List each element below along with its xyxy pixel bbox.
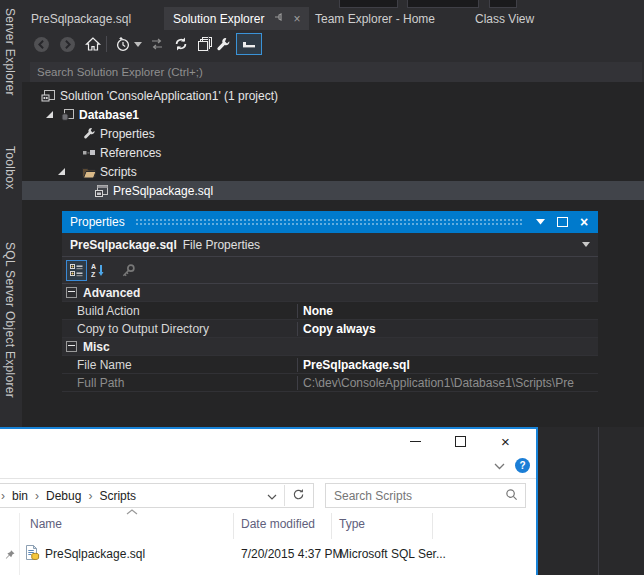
categorized-view-button[interactable] (66, 260, 87, 281)
property-value[interactable]: PreSqlpackage.sql (297, 358, 598, 372)
search-icon[interactable] (505, 488, 525, 504)
column-header-date-modified[interactable]: Date modified (241, 517, 315, 531)
property-row-file-name[interactable]: File Name PreSqlpackage.sql (62, 356, 598, 374)
sidebar-tab-sql-server-object-explorer[interactable]: SQL Server Object Explorer (3, 242, 17, 398)
forward-icon (59, 36, 76, 53)
sort-az-icon: AZ (91, 263, 105, 277)
maximize-button[interactable] (554, 214, 570, 230)
properties-button[interactable] (212, 33, 234, 55)
breadcrumb-item-bin[interactable]: bin (12, 489, 28, 503)
minimize-button[interactable] (393, 429, 438, 453)
ribbon-expand-button[interactable] (494, 459, 505, 473)
close-button[interactable]: × (483, 429, 528, 453)
file-name-cell[interactable]: PreSqlpackage.sql (45, 547, 145, 561)
breadcrumb-item-scripts[interactable]: Scripts (99, 489, 136, 503)
maximize-icon (557, 217, 568, 227)
visual-studio-screenshot: Server Explorer Toolbox SQL Server Objec… (0, 0, 644, 575)
panel-divider (598, 427, 599, 575)
breadcrumb-chevron-icon[interactable]: › (81, 489, 99, 503)
tree-item-scripts[interactable]: Scripts (22, 162, 644, 181)
address-dropdown-button[interactable] (267, 489, 277, 503)
tab-team-explorer[interactable]: Team Explorer - Home (306, 7, 444, 30)
explorer-title-bar[interactable]: × (0, 429, 536, 453)
tree-item-label: PreSqlpackage.sql (113, 184, 213, 198)
home-button[interactable] (82, 33, 104, 55)
tree-item-solution[interactable]: Solution 'ConsoleApplication1' (1 projec… (22, 86, 644, 105)
toolbar-separator (208, 36, 209, 52)
maximize-button[interactable] (438, 429, 483, 453)
property-value[interactable]: Copy always (297, 322, 598, 336)
home-icon (85, 36, 101, 52)
column-header-type[interactable]: Type (339, 517, 365, 531)
tree-item-label: Properties (100, 127, 155, 141)
tab-class-view[interactable]: Class View (466, 7, 543, 30)
chevron-down-icon (267, 494, 277, 500)
properties-window: Properties × PreSqlpackage.sql File Prop… (62, 211, 598, 427)
close-icon: × (501, 434, 510, 449)
tree-item-presqlpackage-sql[interactable]: PreSqlpackage.sql (22, 181, 644, 200)
back-icon (33, 36, 50, 53)
forward-button[interactable] (56, 33, 78, 55)
breadcrumb-chevron-icon[interactable]: › (0, 489, 12, 503)
column-divider[interactable] (233, 513, 234, 539)
property-row-build-action[interactable]: Build Action None (62, 302, 598, 320)
pin-icon[interactable] (274, 12, 284, 26)
database-project-icon (59, 107, 75, 123)
sync-with-active-document-button[interactable] (146, 33, 168, 55)
categorized-icon (70, 264, 83, 277)
sql-file-icon (24, 544, 40, 562)
property-category-misc[interactable]: Misc (62, 338, 598, 356)
preview-selected-items-button[interactable] (236, 33, 262, 55)
tree-item-label: Solution 'ConsoleApplication1' (1 projec… (60, 89, 278, 103)
expander-icon[interactable] (58, 168, 65, 175)
pending-changes-filter-button[interactable] (112, 33, 144, 55)
folder-open-icon (81, 164, 97, 180)
back-button[interactable] (30, 33, 52, 55)
svg-text:Z: Z (91, 271, 96, 278)
tree-item-properties[interactable]: Properties (22, 124, 644, 143)
property-row-full-path[interactable]: Full Path C:\dev\ConsoleApplication1\Dat… (62, 374, 598, 392)
explorer-search-box[interactable] (325, 483, 526, 508)
toolbar-separator (106, 36, 107, 52)
sidebar-tab-server-explorer[interactable]: Server Explorer (3, 8, 17, 96)
title-drag-grip[interactable] (135, 218, 522, 226)
refresh-button[interactable] (292, 488, 313, 504)
explorer-search-input[interactable] (326, 489, 505, 503)
property-category-advanced[interactable]: Advanced (62, 284, 598, 302)
solution-explorer-search-input[interactable] (30, 62, 642, 82)
collapse-section-icon[interactable] (66, 287, 77, 298)
window-position-menu-button[interactable] (532, 214, 548, 230)
tree-item-label: Scripts (100, 165, 137, 179)
tree-item-references[interactable]: References (22, 143, 644, 162)
close-button[interactable]: × (576, 214, 592, 230)
property-pages-button[interactable] (118, 260, 139, 281)
close-icon[interactable]: × (293, 13, 300, 25)
properties-title-bar[interactable]: Properties × (62, 211, 598, 233)
column-divider[interactable] (432, 513, 433, 539)
selected-object-name: PreSqlpackage.sql (62, 238, 177, 252)
file-explorer-window: × ? › bin › Debug › Scripts (0, 427, 538, 575)
collapse-section-icon[interactable] (66, 341, 77, 352)
chevron-down-icon (536, 219, 545, 225)
breadcrumb-chevron-icon[interactable]: › (28, 489, 46, 503)
help-button[interactable]: ? (515, 458, 530, 473)
sidebar-tab-toolbox[interactable]: Toolbox (3, 146, 17, 189)
property-value[interactable]: None (297, 304, 598, 318)
column-divider[interactable] (331, 513, 332, 539)
tab-presqlpackage-document[interactable]: PreSqlpackage.sql (22, 7, 140, 30)
solution-explorer-search[interactable] (30, 62, 642, 82)
column-header-name[interactable]: Name (30, 517, 62, 531)
solution-icon (40, 88, 56, 104)
alphabetical-sort-button[interactable]: AZ (87, 260, 108, 281)
tree-item-database1[interactable]: Database1 (22, 105, 644, 124)
breadcrumb-item-debug[interactable]: Debug (46, 489, 81, 503)
address-bar[interactable]: › bin › Debug › Scripts (0, 483, 314, 508)
property-row-copy-to-output[interactable]: Copy to Output Directory Copy always (62, 320, 598, 338)
object-selector-combobox[interactable]: PreSqlpackage.sql File Properties (62, 233, 598, 257)
key-icon (121, 263, 136, 278)
expander-icon[interactable] (46, 111, 53, 118)
refresh-button[interactable] (170, 33, 192, 55)
tab-solution-explorer[interactable]: Solution Explorer × (164, 7, 309, 30)
sort-ascending-icon (126, 509, 138, 515)
file-date-cell: 7/20/2015 4:37 PM (241, 547, 342, 561)
